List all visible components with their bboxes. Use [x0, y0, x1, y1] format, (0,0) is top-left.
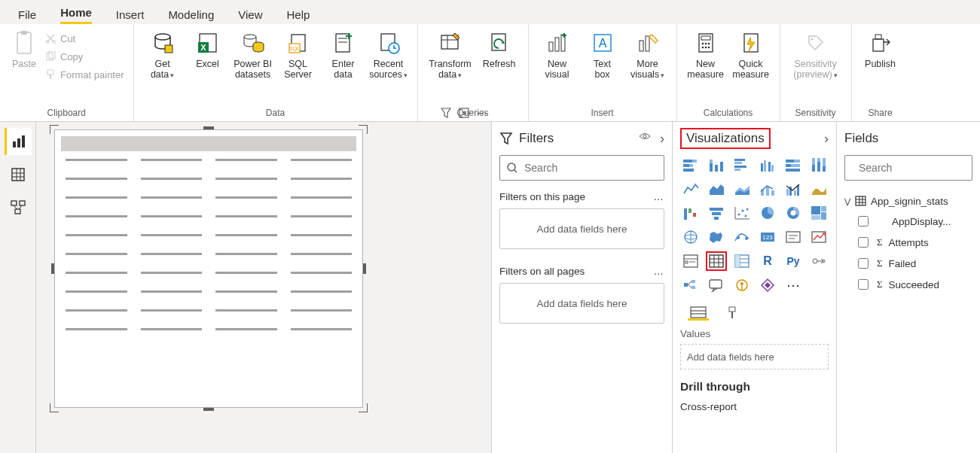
sql-server-button[interactable]: SQLSQL Server: [276, 27, 321, 84]
viz-ribbon[interactable]: [808, 179, 829, 199]
viz-100-stacked-bar[interactable]: [783, 155, 804, 175]
viz-fields-tab[interactable]: [688, 306, 709, 321]
viz-area[interactable]: [706, 179, 727, 199]
field-col-1[interactable]: Σ Attempts: [844, 232, 972, 253]
field-col-2[interactable]: Σ Failed: [844, 253, 972, 274]
fields-search-input[interactable]: [857, 161, 980, 175]
fields-search[interactable]: [844, 155, 972, 181]
tab-home[interactable]: Home: [60, 6, 92, 24]
paste-button[interactable]: Paste: [6, 27, 42, 72]
filters-page-drop[interactable]: Add data fields here: [499, 208, 664, 249]
viz-slicer[interactable]: [680, 251, 701, 271]
viz-get-more[interactable]: ⋯: [783, 275, 804, 295]
publish-button[interactable]: Publish: [858, 27, 903, 72]
copy-button[interactable]: Copy: [42, 48, 127, 65]
viz-stacked-bar[interactable]: [680, 155, 701, 175]
transform-data-button[interactable]: Transform data: [424, 27, 477, 84]
viz-key-influencers[interactable]: [808, 251, 829, 271]
viz-shape-map[interactable]: [731, 227, 753, 247]
refresh-button[interactable]: Refresh: [477, 27, 522, 72]
field-col-0[interactable]: AppDisplay...: [844, 211, 972, 232]
svg-rect-105: [714, 217, 719, 220]
field-check-1[interactable]: [858, 237, 869, 248]
viz-gauge[interactable]: 123: [757, 227, 778, 247]
recent-sources-button[interactable]: Recent sources: [366, 27, 411, 84]
new-visual-button[interactable]: New visual: [535, 27, 580, 84]
viz-stacked-column[interactable]: [706, 155, 727, 175]
svg-rect-158: [729, 307, 735, 312]
new-measure-button[interactable]: New measure: [683, 27, 728, 84]
viz-decomposition[interactable]: [680, 275, 701, 295]
viz-clustered-column[interactable]: [757, 155, 778, 175]
visual-filter-icon[interactable]: [441, 108, 451, 120]
viz-100-stacked-column[interactable]: [808, 155, 829, 175]
field-col-3[interactable]: Σ Succeeded: [844, 274, 972, 295]
visual-focus-icon[interactable]: [459, 108, 469, 120]
filters-collapse-icon[interactable]: ›: [660, 131, 664, 147]
viz-kpi[interactable]: [808, 227, 829, 247]
tab-modeling[interactable]: Modeling: [168, 8, 214, 24]
fields-table-row[interactable]: ⋁ App_signin_stats: [844, 191, 972, 211]
filters-search-input[interactable]: [523, 161, 658, 175]
viz-r-script[interactable]: R: [757, 251, 778, 271]
text-box-button[interactable]: AText box: [580, 27, 625, 84]
viz-collapse-icon[interactable]: ›: [824, 131, 829, 147]
enter-data-button[interactable]: Enter data: [321, 27, 366, 84]
excel-button[interactable]: XExcel: [185, 27, 230, 72]
model-view-button[interactable]: [5, 194, 32, 221]
viz-clustered-bar[interactable]: [731, 155, 753, 175]
table-visual-placeholder[interactable]: [54, 129, 363, 408]
ribbon-tabs: File Home Insert Modeling View Help: [0, 0, 980, 24]
tab-file[interactable]: File: [18, 8, 36, 24]
filters-all-more[interactable]: …: [654, 266, 665, 277]
svg-rect-152: [710, 280, 722, 288]
tab-insert[interactable]: Insert: [116, 8, 145, 24]
viz-qa[interactable]: [706, 275, 727, 295]
field-check-3[interactable]: [858, 279, 869, 290]
more-visuals-button[interactable]: More visuals: [625, 27, 670, 84]
filters-page-more[interactable]: …: [654, 191, 665, 202]
svg-point-38: [701, 47, 704, 49]
viz-matrix[interactable]: [731, 251, 753, 271]
report-view-icon: [11, 134, 26, 149]
filters-all-drop[interactable]: Add data fields here: [499, 283, 664, 324]
viz-donut[interactable]: [783, 203, 804, 223]
viz-format-tab[interactable]: [722, 306, 743, 321]
get-data-button[interactable]: Get data: [140, 27, 185, 84]
data-view-button[interactable]: [5, 161, 32, 188]
report-canvas[interactable]: ⋯: [36, 122, 492, 453]
tab-view[interactable]: View: [238, 8, 262, 24]
field-check-2[interactable]: [858, 258, 869, 269]
viz-stacked-area[interactable]: [731, 179, 753, 199]
filters-visibility-icon[interactable]: [639, 131, 651, 147]
viz-line-stacked-column[interactable]: [757, 179, 778, 199]
viz-scatter[interactable]: [731, 203, 753, 223]
viz-values-drop[interactable]: Add data fields here: [680, 344, 829, 369]
viz-line-clustered-column[interactable]: [783, 179, 804, 199]
viz-treemap[interactable]: [808, 203, 829, 223]
pbi-datasets-button[interactable]: Power BI datasets: [230, 27, 276, 84]
viz-waterfall[interactable]: [680, 203, 701, 223]
svg-marker-90: [710, 184, 724, 195]
svg-rect-65: [689, 164, 693, 167]
viz-power-apps[interactable]: [757, 275, 778, 295]
viz-python[interactable]: Py: [783, 251, 804, 271]
viz-arcgis[interactable]: [731, 275, 753, 295]
filters-search[interactable]: [499, 155, 664, 181]
viz-pie[interactable]: [757, 203, 778, 223]
report-view-button[interactable]: [5, 128, 32, 155]
viz-table[interactable]: [706, 251, 727, 271]
sensitivity-button[interactable]: Sensitivity (preview): [786, 27, 845, 84]
tab-help[interactable]: Help: [287, 8, 310, 24]
viz-filled-map[interactable]: [706, 227, 727, 247]
viz-line[interactable]: [680, 179, 701, 199]
visual-more-icon[interactable]: ⋯: [477, 108, 488, 120]
svg-point-36: [704, 43, 707, 45]
viz-funnel[interactable]: [706, 203, 727, 223]
viz-map[interactable]: [680, 227, 701, 247]
viz-card[interactable]: [783, 227, 804, 247]
quick-measure-button[interactable]: Quick measure: [728, 27, 774, 84]
format-painter-button[interactable]: Format painter: [42, 66, 127, 83]
field-check-0[interactable]: [858, 216, 869, 226]
cut-button[interactable]: Cut: [42, 30, 127, 47]
